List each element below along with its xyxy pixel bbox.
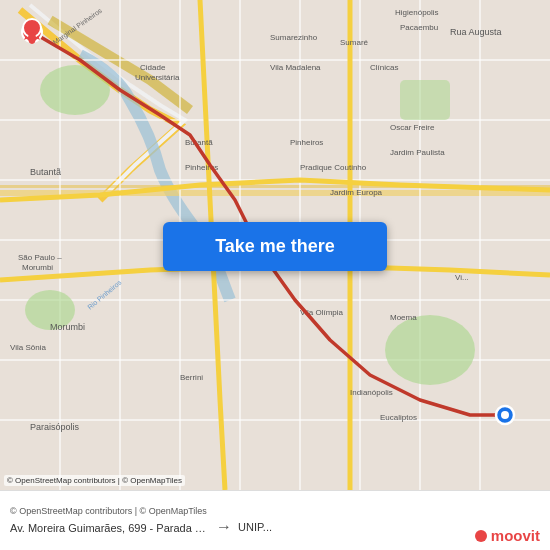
svg-text:Morumbi: Morumbi	[22, 263, 53, 272]
svg-text:Higienópolis: Higienópolis	[395, 8, 439, 17]
svg-text:Jardim Paulista: Jardim Paulista	[390, 148, 445, 157]
svg-point-19	[385, 315, 475, 385]
svg-text:Moema: Moema	[390, 313, 417, 322]
svg-point-59	[501, 411, 509, 419]
svg-text:Pradique Coutinho: Pradique Coutinho	[300, 163, 367, 172]
svg-text:Morumbi: Morumbi	[50, 322, 85, 332]
svg-text:Vila Sônia: Vila Sônia	[10, 343, 46, 352]
svg-text:Butantã: Butantã	[30, 167, 61, 177]
svg-text:Vi...: Vi...	[455, 273, 469, 282]
moovit-brand-text: moovit	[491, 527, 540, 544]
svg-text:Universitária: Universitária	[135, 73, 180, 82]
svg-text:Indianópolis: Indianópolis	[350, 388, 393, 397]
bottom-bar: © OpenStreetMap contributors | © OpenMap…	[0, 490, 550, 550]
route-to-label: UNIP...	[238, 521, 272, 533]
svg-text:Eucaliptos: Eucaliptos	[380, 413, 417, 422]
route-from-label: Av. Moreira Guimarães, 699 - Parada Cruz…	[10, 522, 210, 534]
svg-text:Oscar Freire: Oscar Freire	[390, 123, 435, 132]
take-me-there-button[interactable]: Take me there	[163, 222, 387, 271]
svg-text:Cidade: Cidade	[140, 63, 166, 72]
svg-text:Pinheiros: Pinheiros	[290, 138, 323, 147]
map-attribution: © OpenStreetMap contributors | © OpenMap…	[10, 506, 540, 516]
svg-text:Sumarezinho: Sumarezinho	[270, 33, 318, 42]
moovit-dot-icon	[475, 530, 487, 542]
svg-text:Clínicas: Clínicas	[370, 63, 398, 72]
svg-text:Jardim Europa: Jardim Europa	[330, 188, 383, 197]
svg-text:Paraisópolis: Paraisópolis	[30, 422, 80, 432]
map-container: Butantã São Paulo – Morumbi Morumbi Vila…	[0, 0, 550, 490]
svg-point-57	[28, 32, 36, 44]
svg-text:Vila Madalena: Vila Madalena	[270, 63, 321, 72]
svg-text:Pacaembu: Pacaembu	[400, 23, 438, 32]
route-info: © OpenStreetMap contributors | © OpenMap…	[10, 506, 540, 536]
svg-text:Berrini: Berrini	[180, 373, 203, 382]
map-copyright: © OpenStreetMap contributors | © OpenMap…	[4, 475, 185, 486]
svg-rect-20	[400, 80, 450, 120]
svg-text:Rua Augusta: Rua Augusta	[450, 27, 502, 37]
svg-text:São Paulo –: São Paulo –	[18, 253, 62, 262]
moovit-logo: moovit	[475, 527, 540, 544]
route-arrow-icon: →	[216, 518, 232, 536]
svg-text:Sumaré: Sumaré	[340, 38, 369, 47]
